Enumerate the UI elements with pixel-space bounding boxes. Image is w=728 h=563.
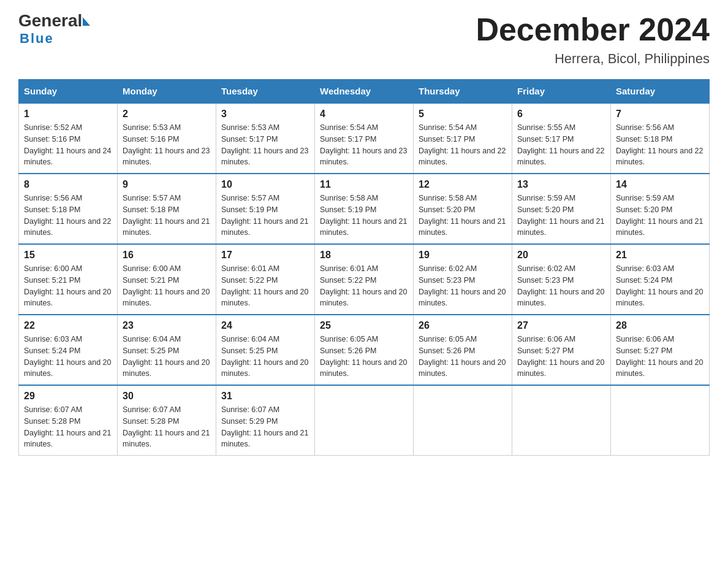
table-row: 28 Sunrise: 6:06 AM Sunset: 5:27 PM Dayl… bbox=[611, 315, 710, 385]
table-row: 31 Sunrise: 6:07 AM Sunset: 5:29 PM Dayl… bbox=[216, 385, 315, 456]
day-info: Sunrise: 6:00 AM Sunset: 5:21 PM Dayligh… bbox=[123, 263, 211, 309]
day-number: 16 bbox=[123, 250, 211, 261]
table-row: 8 Sunrise: 5:56 AM Sunset: 5:18 PM Dayli… bbox=[19, 174, 118, 244]
day-number: 8 bbox=[24, 179, 112, 190]
day-info: Sunrise: 5:54 AM Sunset: 5:17 PM Dayligh… bbox=[419, 122, 507, 168]
day-info: Sunrise: 6:03 AM Sunset: 5:24 PM Dayligh… bbox=[24, 334, 112, 380]
day-info: Sunrise: 6:04 AM Sunset: 5:25 PM Dayligh… bbox=[123, 334, 211, 380]
table-row: 18 Sunrise: 6:01 AM Sunset: 5:22 PM Dayl… bbox=[315, 244, 414, 315]
day-number: 7 bbox=[616, 109, 704, 120]
day-number: 11 bbox=[320, 179, 408, 190]
calendar-table: Sunday Monday Tuesday Wednesday Thursday… bbox=[18, 79, 710, 456]
day-number: 3 bbox=[221, 109, 309, 120]
table-row: 9 Sunrise: 5:57 AM Sunset: 5:18 PM Dayli… bbox=[118, 174, 216, 244]
calendar-week-row: 1 Sunrise: 5:52 AM Sunset: 5:16 PM Dayli… bbox=[19, 103, 710, 174]
day-number: 24 bbox=[221, 320, 309, 331]
calendar-week-row: 15 Sunrise: 6:00 AM Sunset: 5:21 PM Dayl… bbox=[19, 244, 710, 315]
day-number: 21 bbox=[616, 250, 704, 261]
calendar-week-row: 22 Sunrise: 6:03 AM Sunset: 5:24 PM Dayl… bbox=[19, 315, 710, 385]
day-info: Sunrise: 6:06 AM Sunset: 5:27 PM Dayligh… bbox=[517, 334, 605, 380]
table-row: 10 Sunrise: 5:57 AM Sunset: 5:19 PM Dayl… bbox=[216, 174, 315, 244]
day-number: 13 bbox=[517, 179, 605, 190]
day-number: 4 bbox=[320, 109, 408, 120]
logo-arrow-icon bbox=[83, 17, 90, 26]
header-sunday: Sunday bbox=[19, 80, 118, 104]
header-wednesday: Wednesday bbox=[315, 80, 414, 104]
day-number: 30 bbox=[123, 391, 211, 402]
table-row bbox=[315, 385, 414, 456]
day-info: Sunrise: 5:57 AM Sunset: 5:19 PM Dayligh… bbox=[221, 193, 309, 239]
day-number: 14 bbox=[616, 179, 704, 190]
table-row: 19 Sunrise: 6:02 AM Sunset: 5:23 PM Dayl… bbox=[414, 244, 512, 315]
table-row: 12 Sunrise: 5:58 AM Sunset: 5:20 PM Dayl… bbox=[414, 174, 512, 244]
page-header: General Blue December 2024 Herrera, Bico… bbox=[18, 12, 710, 67]
table-row: 25 Sunrise: 6:05 AM Sunset: 5:26 PM Dayl… bbox=[315, 315, 414, 385]
calendar-title: December 2024 bbox=[476, 12, 710, 47]
day-number: 17 bbox=[221, 250, 309, 261]
day-info: Sunrise: 5:55 AM Sunset: 5:17 PM Dayligh… bbox=[517, 122, 605, 168]
logo: General Blue bbox=[18, 12, 90, 47]
table-row: 13 Sunrise: 5:59 AM Sunset: 5:20 PM Dayl… bbox=[512, 174, 611, 244]
day-info: Sunrise: 6:01 AM Sunset: 5:22 PM Dayligh… bbox=[221, 263, 309, 309]
day-number: 22 bbox=[24, 320, 112, 331]
day-info: Sunrise: 5:56 AM Sunset: 5:18 PM Dayligh… bbox=[24, 193, 112, 239]
day-number: 27 bbox=[517, 320, 605, 331]
day-number: 6 bbox=[517, 109, 605, 120]
table-row: 23 Sunrise: 6:04 AM Sunset: 5:25 PM Dayl… bbox=[118, 315, 216, 385]
day-number: 28 bbox=[616, 320, 704, 331]
day-info: Sunrise: 6:00 AM Sunset: 5:21 PM Dayligh… bbox=[24, 263, 112, 309]
table-row: 24 Sunrise: 6:04 AM Sunset: 5:25 PM Dayl… bbox=[216, 315, 315, 385]
day-number: 1 bbox=[24, 109, 112, 120]
day-info: Sunrise: 5:57 AM Sunset: 5:18 PM Dayligh… bbox=[123, 193, 211, 239]
table-row: 20 Sunrise: 6:02 AM Sunset: 5:23 PM Dayl… bbox=[512, 244, 611, 315]
header-friday: Friday bbox=[512, 80, 611, 104]
day-info: Sunrise: 5:54 AM Sunset: 5:17 PM Dayligh… bbox=[320, 122, 408, 168]
day-number: 15 bbox=[24, 250, 112, 261]
day-info: Sunrise: 6:03 AM Sunset: 5:24 PM Dayligh… bbox=[616, 263, 704, 309]
day-info: Sunrise: 5:58 AM Sunset: 5:20 PM Dayligh… bbox=[419, 193, 507, 239]
table-row: 14 Sunrise: 5:59 AM Sunset: 5:20 PM Dayl… bbox=[611, 174, 710, 244]
day-number: 25 bbox=[320, 320, 408, 331]
day-number: 9 bbox=[123, 179, 211, 190]
day-number: 23 bbox=[123, 320, 211, 331]
header-tuesday: Tuesday bbox=[216, 80, 315, 104]
calendar-week-row: 29 Sunrise: 6:07 AM Sunset: 5:28 PM Dayl… bbox=[19, 385, 710, 456]
calendar-week-row: 8 Sunrise: 5:56 AM Sunset: 5:18 PM Dayli… bbox=[19, 174, 710, 244]
day-info: Sunrise: 5:52 AM Sunset: 5:16 PM Dayligh… bbox=[24, 122, 112, 168]
day-info: Sunrise: 5:59 AM Sunset: 5:20 PM Dayligh… bbox=[517, 193, 605, 239]
day-number: 2 bbox=[123, 109, 211, 120]
table-row bbox=[512, 385, 611, 456]
table-row: 11 Sunrise: 5:58 AM Sunset: 5:19 PM Dayl… bbox=[315, 174, 414, 244]
day-number: 19 bbox=[419, 250, 507, 261]
day-info: Sunrise: 6:05 AM Sunset: 5:26 PM Dayligh… bbox=[419, 334, 507, 380]
day-number: 20 bbox=[517, 250, 605, 261]
table-row: 17 Sunrise: 6:01 AM Sunset: 5:22 PM Dayl… bbox=[216, 244, 315, 315]
table-row: 22 Sunrise: 6:03 AM Sunset: 5:24 PM Dayl… bbox=[19, 315, 118, 385]
calendar-subtitle: Herrera, Bicol, Philippines bbox=[476, 51, 710, 67]
day-info: Sunrise: 6:02 AM Sunset: 5:23 PM Dayligh… bbox=[419, 263, 507, 309]
table-row: 7 Sunrise: 5:56 AM Sunset: 5:18 PM Dayli… bbox=[611, 103, 710, 174]
day-number: 26 bbox=[419, 320, 507, 331]
day-info: Sunrise: 6:05 AM Sunset: 5:26 PM Dayligh… bbox=[320, 334, 408, 380]
table-row: 3 Sunrise: 5:53 AM Sunset: 5:17 PM Dayli… bbox=[216, 103, 315, 174]
day-info: Sunrise: 5:58 AM Sunset: 5:19 PM Dayligh… bbox=[320, 193, 408, 239]
calendar-header-row: Sunday Monday Tuesday Wednesday Thursday… bbox=[19, 80, 710, 104]
day-info: Sunrise: 6:07 AM Sunset: 5:28 PM Dayligh… bbox=[123, 404, 211, 450]
table-row: 4 Sunrise: 5:54 AM Sunset: 5:17 PM Dayli… bbox=[315, 103, 414, 174]
day-info: Sunrise: 5:56 AM Sunset: 5:18 PM Dayligh… bbox=[616, 122, 704, 168]
day-info: Sunrise: 5:59 AM Sunset: 5:20 PM Dayligh… bbox=[616, 193, 704, 239]
day-number: 18 bbox=[320, 250, 408, 261]
table-row: 1 Sunrise: 5:52 AM Sunset: 5:16 PM Dayli… bbox=[19, 103, 118, 174]
day-number: 10 bbox=[221, 179, 309, 190]
table-row: 27 Sunrise: 6:06 AM Sunset: 5:27 PM Dayl… bbox=[512, 315, 611, 385]
day-info: Sunrise: 6:02 AM Sunset: 5:23 PM Dayligh… bbox=[517, 263, 605, 309]
title-block: December 2024 Herrera, Bicol, Philippine… bbox=[476, 12, 710, 67]
logo-general-text: General bbox=[18, 12, 82, 29]
table-row: 26 Sunrise: 6:05 AM Sunset: 5:26 PM Dayl… bbox=[414, 315, 512, 385]
day-number: 31 bbox=[221, 391, 309, 402]
header-thursday: Thursday bbox=[414, 80, 512, 104]
table-row: 16 Sunrise: 6:00 AM Sunset: 5:21 PM Dayl… bbox=[118, 244, 216, 315]
day-info: Sunrise: 5:53 AM Sunset: 5:17 PM Dayligh… bbox=[221, 122, 309, 168]
header-monday: Monday bbox=[118, 80, 216, 104]
header-saturday: Saturday bbox=[611, 80, 710, 104]
